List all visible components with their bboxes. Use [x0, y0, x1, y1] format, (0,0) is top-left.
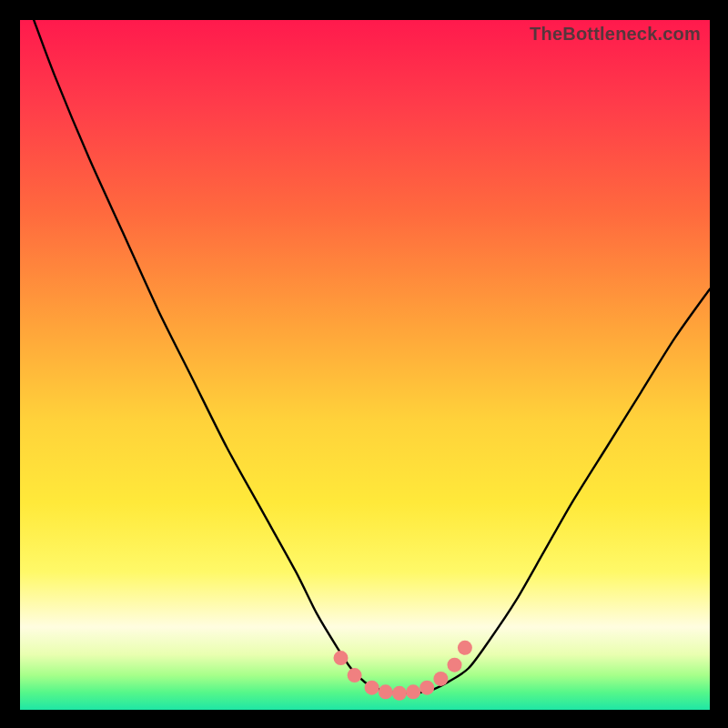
- curve-marker: [365, 681, 379, 695]
- curve-marker: [433, 672, 448, 686]
- curve-marker: [392, 686, 407, 701]
- curve-marker: [379, 684, 393, 699]
- curve-marker: [406, 684, 420, 699]
- chart-frame: TheBottleneck.com: [0, 0, 728, 728]
- curve-marker: [334, 651, 349, 665]
- bottleneck-curve: [34, 20, 710, 693]
- curve-marker: [448, 658, 462, 672]
- curve-markers: [334, 641, 472, 701]
- curve-marker: [348, 668, 362, 682]
- curve-svg: [20, 20, 710, 710]
- curve-marker: [420, 681, 434, 695]
- curve-marker: [458, 641, 472, 655]
- plot-area: TheBottleneck.com: [20, 20, 710, 710]
